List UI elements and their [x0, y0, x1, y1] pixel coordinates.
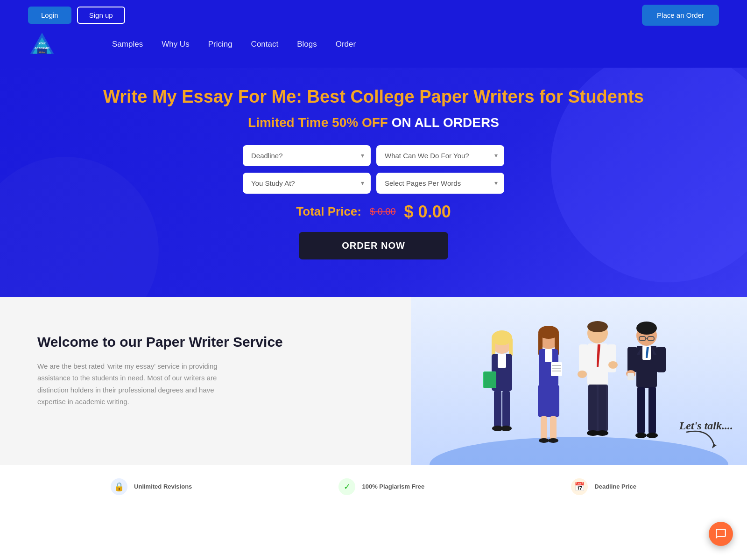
study-select[interactable]: You Study At? High School College Univer…	[243, 173, 371, 194]
hero-subtitle-highlight: Limited Time 50% OFF	[248, 115, 388, 130]
stat-plagiarism-label: 100% Plagiarism Free	[362, 483, 424, 490]
svg-text:Your: Your	[38, 42, 46, 45]
svg-rect-44	[599, 385, 606, 431]
svg-point-16	[500, 426, 512, 431]
hero-subtitle: Limited Time 50% OFF ON ALL ORDERS	[28, 115, 719, 130]
order-form: Deadline? 24 Hours 48 Hours 3 Days 7 Day…	[243, 145, 504, 259]
svg-text:Writer: Writer	[39, 51, 45, 54]
lets-talk-text: Let's talk....	[679, 420, 733, 432]
top-bar: Login Sign up Place an Order	[0, 0, 747, 30]
svg-rect-30	[551, 362, 562, 376]
svg-rect-24	[545, 349, 552, 362]
svg-rect-18	[484, 372, 496, 388]
nav-samples[interactable]: Samples	[112, 40, 143, 49]
svg-point-63	[635, 433, 647, 438]
svg-rect-13	[494, 390, 501, 427]
welcome-section: Welcome to our Paper Writer Service We a…	[0, 297, 747, 465]
study-wrapper: You Study At? High School College Univer…	[243, 173, 371, 194]
svg-point-64	[647, 433, 658, 438]
form-row-1: Deadline? 24 Hours 48 Hours 3 Days 7 Day…	[243, 145, 504, 166]
svg-text:ACADEMIC: ACADEMIC	[35, 47, 50, 49]
svg-rect-58	[656, 347, 666, 372]
price-label: Total Price:	[296, 204, 361, 219]
stat-revisions: 🔒 Unlimited Revisions	[111, 478, 192, 495]
welcome-title: Welcome to our Paper Writer Service	[37, 334, 383, 350]
svg-rect-25	[538, 385, 559, 417]
pages-wrapper: Select Pages Per Words 1 Page / 275 Word…	[376, 173, 504, 194]
svg-point-48	[636, 322, 657, 335]
deadline-select[interactable]: Deadline? 24 Hours 48 Hours 3 Days 7 Day…	[243, 145, 371, 166]
nav-why-us[interactable]: Why Us	[162, 40, 190, 49]
top-bar-auth-buttons: Login Sign up	[28, 7, 125, 24]
svg-rect-10	[509, 338, 513, 357]
order-now-button[interactable]: ORDER NOW	[299, 232, 448, 259]
signup-button[interactable]: Sign up	[77, 7, 125, 24]
stat-revisions-label: Unlimited Revisions	[134, 483, 192, 490]
svg-point-41	[608, 361, 618, 369]
stat-deadline-label: Deadline Price	[594, 483, 636, 490]
form-row-2: You Study At? High School College Univer…	[243, 173, 504, 194]
svg-point-35	[587, 321, 608, 332]
price-current: $ 0.00	[404, 202, 451, 222]
place-order-button[interactable]: Place an Order	[642, 5, 719, 26]
nav-pricing[interactable]: Pricing	[208, 40, 233, 49]
stat-plagiarism: ✓ 100% Plagiarism Free	[338, 478, 424, 495]
hero-subtitle-bold: ON ALL ORDERS	[392, 115, 499, 130]
hero-content: Write My Essay For Me: Best College Pape…	[28, 86, 719, 259]
nav-blogs[interactable]: Blogs	[297, 40, 317, 49]
svg-rect-62	[648, 387, 656, 434]
stat-deadline: 📅 Deadline Price	[571, 478, 636, 495]
service-wrapper: What Can We Do For You? Essay Writing Re…	[376, 145, 504, 166]
svg-rect-38	[579, 344, 588, 372]
svg-rect-60	[627, 373, 634, 380]
hero-title: Write My Essay For Me: Best College Pape…	[28, 86, 719, 108]
svg-rect-26	[541, 416, 547, 440]
svg-rect-27	[550, 416, 557, 440]
logo[interactable]: Your ACADEMIC Writer	[28, 30, 56, 58]
svg-point-29	[548, 438, 558, 443]
nav-contact[interactable]: Contact	[251, 40, 279, 49]
svg-rect-57	[627, 347, 637, 372]
revisions-icon: 🔒	[111, 478, 127, 495]
plagiarism-icon: ✓	[338, 478, 355, 495]
svg-point-46	[596, 430, 608, 436]
nav-order[interactable]: Order	[336, 40, 356, 49]
welcome-description: We are the best rated 'write my essay' s…	[37, 360, 224, 408]
svg-rect-61	[637, 387, 645, 434]
price-original: $ 0.00	[370, 206, 396, 217]
svg-marker-65	[712, 444, 717, 448]
welcome-image: Let's talk....	[411, 297, 747, 465]
navbar: Your ACADEMIC Writer Samples Why Us Pric…	[0, 30, 747, 68]
welcome-text: Welcome to our Paper Writer Service We a…	[0, 297, 411, 465]
svg-rect-43	[589, 385, 597, 431]
hero-section: Write My Essay For Me: Best College Pape…	[0, 68, 747, 297]
svg-point-28	[539, 438, 549, 443]
service-select[interactable]: What Can We Do For You? Essay Writing Re…	[376, 145, 504, 166]
nav-links: Samples Why Us Pricing Contact Blogs Ord…	[112, 40, 356, 49]
deadline-wrapper: Deadline? 24 Hours 48 Hours 3 Days 7 Day…	[243, 145, 371, 166]
svg-rect-14	[502, 390, 510, 427]
price-row: Total Price: $ 0.00 $ 0.00	[243, 202, 504, 222]
deadline-icon: 📅	[571, 478, 588, 495]
svg-rect-12	[498, 354, 506, 368]
stats-bar: 🔒 Unlimited Revisions ✓ 100% Plagiarism …	[0, 465, 747, 508]
login-button[interactable]: Login	[28, 7, 71, 24]
svg-point-40	[578, 371, 587, 378]
pages-select[interactable]: Select Pages Per Words 1 Page / 275 Word…	[376, 173, 504, 194]
